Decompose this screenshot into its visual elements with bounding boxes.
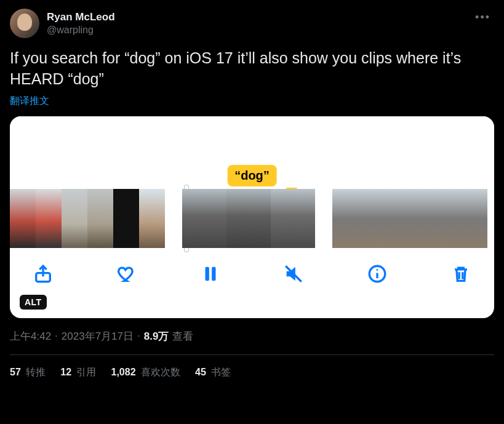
clip-group-2[interactable]: [182, 189, 315, 248]
quotes-stat[interactable]: 12 引用: [60, 366, 96, 379]
clip-thumb[interactable]: [87, 189, 113, 248]
info-icon[interactable]: [365, 262, 390, 286]
bookmarks-stat[interactable]: 45 书签: [195, 366, 231, 379]
user-block[interactable]: Ryan McLeod @warpling: [10, 9, 115, 38]
retweets-count: 57: [10, 367, 21, 377]
tweet-time[interactable]: 上午4:42: [10, 329, 51, 343]
clip-thumb[interactable]: [384, 189, 410, 248]
meta-sep: ·: [55, 330, 58, 342]
clip-thumb[interactable]: [436, 189, 462, 248]
meta-sep: ·: [137, 330, 140, 342]
clip-thumb[interactable]: [332, 189, 358, 248]
tweet-container: Ryan McLeod @warpling ••• If you search …: [0, 0, 504, 379]
avatar[interactable]: [10, 9, 39, 38]
alt-badge[interactable]: ALT: [20, 295, 47, 310]
media-card[interactable]: “dog”: [10, 116, 494, 318]
more-options-icon[interactable]: •••: [471, 9, 494, 26]
retweets-stat[interactable]: 57 转推: [10, 366, 46, 379]
clip-group-1[interactable]: [10, 189, 165, 248]
clip-thumb[interactable]: [36, 189, 62, 248]
clip-group-3[interactable]: [332, 189, 487, 248]
likes-stat[interactable]: 1,082 喜欢次数: [111, 366, 181, 379]
caption-tag: “dog”: [227, 165, 277, 186]
clip-thumb[interactable]: [139, 189, 165, 248]
bookmarks-count: 45: [195, 367, 206, 377]
heart-icon[interactable]: [114, 262, 139, 286]
views-count[interactable]: 8.9万: [144, 329, 169, 343]
translate-link[interactable]: 翻译推文: [10, 95, 494, 108]
clip-thumb[interactable]: [462, 189, 487, 248]
likes-label: 喜欢次数: [138, 367, 180, 377]
tweet-meta: 上午4:42 · 2023年7月17日 · 8.9万 查看: [10, 329, 494, 343]
media-toolbar: [10, 248, 494, 286]
tweet-date[interactable]: 2023年7月17日: [62, 329, 134, 343]
trash-icon[interactable]: [449, 262, 473, 286]
clip-thumb[interactable]: [226, 189, 271, 248]
filmstrip[interactable]: [10, 189, 494, 248]
pause-icon[interactable]: [198, 262, 223, 286]
svg-rect-1: [205, 266, 209, 281]
user-handle[interactable]: @warpling: [47, 24, 115, 36]
display-name[interactable]: Ryan McLeod: [47, 10, 115, 23]
clip-thumb[interactable]: [410, 189, 436, 248]
tweet-stats: 57 转推 12 引用 1,082 喜欢次数 45 书签: [10, 355, 494, 379]
tweet-text: If you search for “dog” on iOS 17 it’ll …: [10, 48, 494, 90]
user-names: Ryan McLeod @warpling: [47, 10, 115, 36]
media-top-area: “dog”: [10, 116, 494, 189]
share-icon[interactable]: [31, 262, 55, 286]
svg-point-6: [377, 269, 378, 271]
tweet-header: Ryan McLeod @warpling •••: [10, 9, 494, 38]
clip-thumb[interactable]: [358, 189, 384, 248]
likes-count: 1,082: [111, 367, 136, 377]
mute-icon[interactable]: [281, 262, 306, 286]
quotes-count: 12: [60, 367, 71, 377]
clip-thumb[interactable]: [10, 189, 36, 248]
bookmarks-label: 书签: [209, 367, 231, 377]
svg-rect-2: [212, 266, 215, 281]
retweets-label: 转推: [23, 367, 46, 377]
clip-thumb[interactable]: [113, 189, 139, 248]
views-label: 查看: [172, 329, 193, 343]
clip-thumb[interactable]: [271, 189, 315, 248]
clip-thumb[interactable]: [182, 189, 226, 248]
quotes-label: 引用: [74, 367, 96, 377]
clip-thumb[interactable]: [62, 189, 87, 248]
